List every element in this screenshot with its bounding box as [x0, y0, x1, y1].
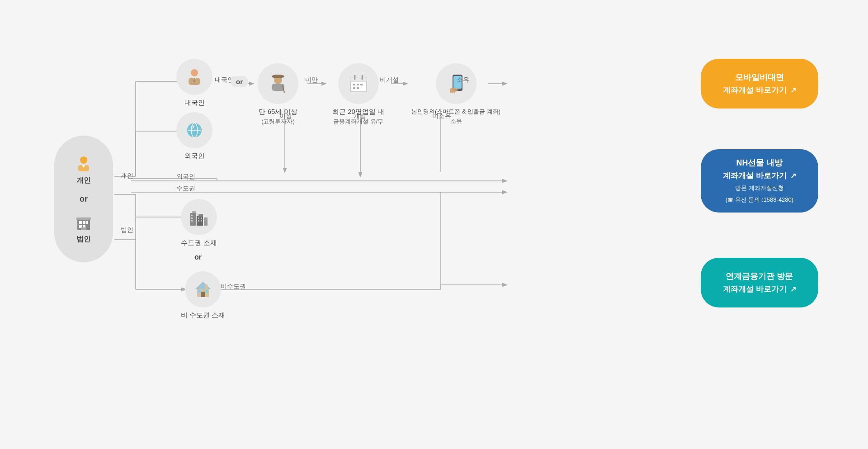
svg-rect-68 — [191, 217, 193, 219]
oegukin-arrow-label: 외국인 — [176, 173, 195, 181]
svg-rect-43 — [272, 84, 284, 91]
individual-icon — [74, 154, 94, 174]
pill-corp-label: 법인 — [76, 235, 91, 244]
connected-ext-icon: ↗ — [790, 285, 796, 293]
phone-notown-label: 미소유 — [432, 112, 451, 120]
phone-sublabel: 소유 — [411, 117, 500, 126]
recent-open-label: 개설 — [354, 112, 366, 120]
connected-title: 연계금융기관 방문 — [726, 272, 793, 281]
nh-dest-btn[interactable]: NH선물 내방 계좌개설 바로가기 ↗ 방문 계좌개설신청 (☎ 유선 문의 :… — [701, 149, 818, 213]
connected-dest-btn[interactable]: 연계금융기관 방문 계좌개설 바로가기 ↗ — [701, 258, 818, 307]
oegukin-label: 외국인 — [184, 152, 205, 161]
bisudog-icon — [193, 279, 213, 300]
sudog-icon — [189, 207, 209, 227]
phone-own-label: 소유 — [457, 76, 469, 84]
gaetin-node: 내국인 — [176, 59, 212, 107]
left-pill: 개인 or 법인 — [54, 136, 113, 262]
bisudog-arrow-label: 비수도권 — [221, 283, 246, 291]
corp-or-text: or — [194, 253, 202, 261]
svg-rect-79 — [205, 284, 208, 289]
connected-subtitle: 계좌개설 바로가기 — [723, 285, 787, 293]
sudog-arrow-label: 수도권 — [176, 184, 195, 193]
mobile-title: 모바일비대면 — [735, 73, 784, 82]
corp-bracket-label: 법인 — [121, 226, 133, 234]
mobile-dest-btn[interactable]: 모바일비대면 계좌개설 바로가기 ↗ — [701, 59, 818, 109]
svg-point-21 — [80, 156, 87, 164]
phone-node: 본인명의(스마트폰 & 입출금 계좌) 소유 — [411, 63, 500, 126]
svg-rect-42 — [274, 75, 282, 77]
mobile-ext-icon: ↗ — [790, 86, 796, 94]
svg-rect-50 — [360, 84, 363, 85]
gaetin-icon — [184, 66, 205, 87]
mobile-subtitle: 계좌개설 바로가기 — [723, 86, 787, 95]
svg-rect-73 — [201, 220, 202, 222]
svg-line-60 — [452, 89, 453, 93]
nh-subtitle: 계좌개설 바로가기 — [723, 171, 787, 180]
or-junction-bubble: or — [231, 76, 248, 87]
svg-rect-66 — [204, 217, 208, 226]
svg-text:✈: ✈ — [191, 124, 195, 130]
svg-rect-78 — [205, 290, 208, 293]
gaetin-bracket-label: 개인 — [121, 172, 133, 180]
svg-rect-51 — [353, 87, 355, 89]
svg-rect-26 — [83, 221, 85, 224]
nh-ext-icon: ↗ — [790, 172, 796, 180]
svg-rect-31 — [76, 217, 91, 220]
gaetin-label: 내국인 — [184, 99, 205, 107]
svg-marker-74 — [195, 282, 211, 289]
svg-rect-52 — [357, 87, 359, 89]
pill-individual-section: 개인 — [74, 154, 94, 185]
svg-rect-67 — [191, 215, 193, 216]
svg-rect-35 — [193, 78, 195, 82]
age-node: 만 65세 이상 (고령투자자) — [258, 63, 298, 126]
svg-rect-46 — [350, 77, 367, 82]
svg-rect-48 — [353, 84, 355, 85]
svg-rect-27 — [86, 221, 88, 224]
recent-icon — [347, 72, 370, 95]
nh-title: NH선물 내방 — [736, 158, 783, 167]
svg-rect-72 — [198, 220, 199, 222]
phone-label: 본인명의(스마트폰 & 입출금 계좌) — [411, 108, 500, 116]
pill-individual-label: 개인 — [76, 176, 91, 185]
nh-note2: (☎ 유선 문의 :1588-4280) — [726, 196, 793, 203]
svg-rect-70 — [198, 217, 199, 219]
recent-notopen-label: 비개설 — [380, 76, 399, 84]
svg-rect-62 — [190, 213, 196, 226]
sudog-label: 수도권 소재 — [181, 239, 217, 247]
svg-rect-49 — [357, 84, 359, 85]
svg-rect-25 — [79, 221, 82, 224]
svg-point-32 — [191, 69, 198, 76]
svg-rect-69 — [191, 220, 193, 222]
svg-rect-77 — [198, 290, 201, 293]
oegukin-icon: ✈ — [184, 120, 205, 141]
pill-or-label: or — [80, 194, 88, 204]
age-icon — [266, 72, 290, 95]
bisudog-label: 비 수도권 소재 — [181, 311, 225, 320]
pill-corp-section: 법인 — [74, 213, 94, 244]
svg-rect-71 — [201, 217, 202, 219]
svg-rect-63 — [192, 211, 196, 213]
age-under-label: 미만 — [305, 76, 318, 84]
svg-rect-30 — [81, 227, 86, 230]
age-over-label: 이상 — [279, 112, 292, 120]
corp-icon — [74, 213, 94, 233]
svg-rect-65 — [198, 214, 203, 217]
oegukin-node: ✈ 외국인 — [176, 112, 212, 161]
bisudog-node: 비 수도권 소재 — [181, 271, 225, 320]
sudog-node: 수도권 소재 — [181, 199, 217, 247]
nh-note: 방문 계좌개설신청 — [735, 184, 784, 191]
diagram-container: 개인 or 법인 개인 법인 — [0, 0, 868, 449]
svg-rect-76 — [201, 292, 205, 297]
